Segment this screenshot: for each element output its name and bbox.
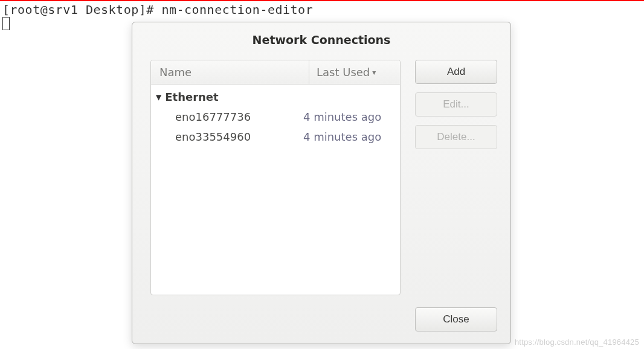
column-header-name[interactable]: Name <box>151 60 309 84</box>
connection-name: eno16777736 <box>175 110 303 123</box>
column-header-last-used-label: Last Used <box>317 66 370 78</box>
connections-list[interactable]: Name Last Used ▾ ▼ Ethernet eno16777736 … <box>150 60 401 295</box>
close-button[interactable]: Close <box>415 307 497 331</box>
network-connections-dialog: Network Connections Name Last Used ▾ ▼ E… <box>132 22 511 344</box>
edit-button: Edit... <box>415 92 497 117</box>
list-item[interactable]: eno33554960 4 minutes ago <box>151 127 400 147</box>
column-header-name-label: Name <box>159 66 192 78</box>
delete-button: Delete... <box>415 125 497 149</box>
list-header: Name Last Used ▾ <box>151 60 400 85</box>
watermark: https://blog.csdn.net/qq_41964425 <box>515 338 639 347</box>
terminal-prompt: [root@srv1 Desktop]# <box>2 2 161 17</box>
dialog-footer: Close <box>132 307 510 344</box>
group-row-ethernet[interactable]: ▼ Ethernet <box>151 85 400 107</box>
list-item[interactable]: eno16777736 4 minutes ago <box>151 107 400 127</box>
terminal-line: [root@srv1 Desktop]# nm-connection-edito… <box>0 1 644 17</box>
add-button[interactable]: Add <box>415 60 497 84</box>
group-label: Ethernet <box>165 91 218 103</box>
terminal-command: nm-connection-editor <box>161 2 313 17</box>
connection-name: eno33554960 <box>175 130 303 143</box>
connection-last-used: 4 minutes ago <box>303 110 394 123</box>
dialog-title: Network Connections <box>132 22 510 60</box>
connection-last-used: 4 minutes ago <box>303 130 394 143</box>
column-header-last-used[interactable]: Last Used ▾ <box>309 66 400 78</box>
button-column: Add Edit... Delete... <box>415 60 497 305</box>
terminal-cursor <box>2 17 10 30</box>
chevron-down-icon: ▾ <box>372 68 376 77</box>
dialog-body: Name Last Used ▾ ▼ Ethernet eno16777736 … <box>132 60 510 307</box>
disclosure-triangle-icon: ▼ <box>156 93 161 101</box>
